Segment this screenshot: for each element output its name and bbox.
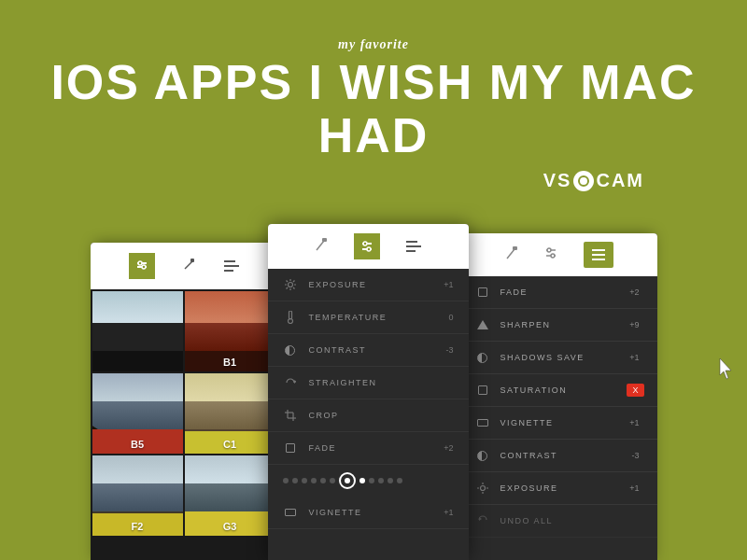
exposure-label: EXPOSURE (309, 280, 444, 289)
svg-marker-23 (293, 380, 296, 384)
crop-label: CROP (309, 411, 454, 420)
subtitle: my favorite (47, 37, 700, 52)
contrast-item[interactable]: CONTRAST -3 (268, 334, 469, 367)
sharpen-icon (474, 316, 491, 333)
svg-line-18 (293, 287, 295, 289)
saturation-value: X (627, 384, 643, 397)
photo-cell-g3[interactable]: G3 (185, 455, 275, 536)
exposure-value: +1 (444, 280, 453, 289)
vignette-item-mid[interactable]: VIGNETTE +1 (268, 497, 469, 529)
contrast-item-right[interactable]: CONTRAST -3 (461, 440, 657, 472)
photo-cell-b5[interactable]: B5 (92, 373, 183, 454)
dot-2[interactable] (292, 478, 298, 483)
main-title: iOS Apps I Wish My Mac Had (47, 56, 700, 162)
dot-6[interactable] (330, 478, 335, 483)
thermometer-icon (286, 311, 295, 324)
svg-line-19 (293, 281, 295, 283)
tune-tab-right[interactable] (544, 246, 557, 263)
sharpen-item[interactable]: SHARPEN +9 (461, 309, 657, 342)
tune-active-tab[interactable] (129, 253, 155, 279)
exposure-icon-right (474, 480, 491, 497)
tune-tab-mid[interactable] (354, 233, 380, 259)
vignette-value-mid: +1 (444, 508, 453, 517)
c1-label: C1 (223, 439, 236, 450)
g3-label: G3 (223, 521, 237, 532)
exposure-label-right: EXPOSURE (500, 483, 626, 493)
crop-icon (283, 408, 298, 423)
svg-marker-39 (479, 517, 482, 521)
svg-rect-7 (322, 238, 327, 242)
menu-tab[interactable] (224, 260, 239, 272)
crop-item[interactable]: CROP (268, 399, 469, 432)
temperature-icon (283, 310, 298, 325)
tune-icon (135, 259, 148, 273)
wand-tab-mid[interactable] (315, 237, 328, 256)
wand-icon-right (505, 245, 518, 260)
svg-point-33 (551, 254, 555, 258)
exposure-item-right[interactable]: EXPOSURE +1 (461, 472, 657, 505)
tune-icon-mid (360, 240, 374, 253)
header: my favorite iOS Apps I Wish My Mac Had V… (47, 37, 700, 191)
wand-icon (183, 258, 196, 271)
svg-rect-21 (289, 311, 291, 319)
straighten-item[interactable]: STRAIGHTEN (268, 367, 469, 399)
contrast-value-right: -3 (627, 449, 643, 462)
svg-point-34 (480, 486, 485, 491)
photo-cell-dark[interactable] (92, 291, 183, 371)
shadows-save-value: +1 (625, 351, 643, 364)
dot-3[interactable] (302, 478, 307, 483)
exposure-value-right: +1 (625, 482, 643, 495)
dot-10[interactable] (378, 478, 384, 483)
dot-8[interactable] (359, 478, 365, 483)
vignette-item-right[interactable]: VIGNETTE +1 (461, 407, 657, 440)
crop-svg-icon (285, 410, 296, 421)
fade-item-mid[interactable]: FADE +2 (268, 432, 469, 465)
dot-11[interactable] (388, 478, 393, 483)
b5-label: B5 (131, 439, 144, 450)
wand-tab[interactable] (183, 258, 196, 274)
phone-left: B1 B5 C1 (91, 243, 277, 560)
dot-5[interactable] (320, 478, 326, 483)
filter-dots (268, 465, 469, 497)
undo-all-item[interactable]: UNDO ALL (461, 505, 657, 538)
vignette-value-right: +1 (625, 416, 643, 429)
photo-cell-f2[interactable]: F2 (92, 455, 183, 536)
photo-cell-b1[interactable]: B1 (185, 291, 275, 371)
sun-icon-right (477, 483, 488, 494)
contrast-label: CONTRAST (309, 345, 446, 355)
fade-icon-right (474, 284, 491, 301)
shadows-save-icon (474, 349, 491, 366)
contrast-icon-right (474, 447, 491, 464)
f2-label: F2 (132, 521, 144, 532)
wand-tab-right[interactable] (505, 245, 518, 264)
dot-4[interactable] (311, 478, 317, 483)
svg-line-28 (507, 249, 514, 259)
svg-point-2 (138, 261, 142, 265)
svg-line-17 (286, 281, 288, 283)
menu-tab-right-active[interactable] (584, 242, 613, 268)
photo-cell-c1[interactable]: C1 (185, 373, 275, 454)
menu-lines-active (592, 249, 605, 260)
undo-all-label: UNDO ALL (500, 516, 635, 525)
temperature-item[interactable]: TEMPERATURE 0 (268, 301, 469, 334)
fade-item-right[interactable]: FADE +2 (461, 276, 657, 309)
vignette-icon-right (474, 414, 491, 431)
exposure-item[interactable]: EXPOSURE +1 (268, 269, 469, 301)
svg-line-20 (286, 287, 288, 289)
phone-right: FADE +2 SHARPEN +9 SHADOWS SAVE +1 (461, 233, 657, 560)
svg-point-11 (367, 247, 371, 251)
dot-1[interactable] (283, 478, 289, 483)
dot-12[interactable] (397, 478, 402, 483)
wand-icon-mid (315, 237, 328, 252)
shadows-save-item[interactable]: SHADOWS SAVE +1 (461, 342, 657, 374)
dot-active[interactable] (339, 472, 356, 489)
svg-rect-29 (513, 246, 517, 250)
straighten-icon (283, 375, 298, 390)
menu-tab-mid[interactable] (406, 241, 421, 252)
dot-9[interactable] (369, 478, 374, 483)
saturation-item[interactable]: SATURATION X (461, 374, 657, 407)
vignette-label-mid: VIGNETTE (309, 508, 444, 517)
temperature-value: 0 (448, 313, 453, 322)
vignette-icon-mid (283, 505, 298, 520)
undo-all-value (635, 519, 644, 523)
